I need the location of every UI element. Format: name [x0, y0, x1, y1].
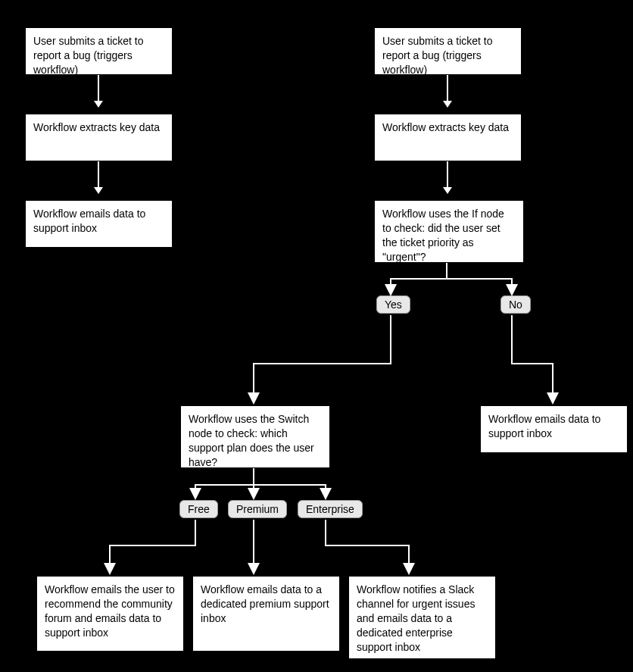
right-step-submit: User submits a ticket to report a bug (t… [374, 27, 522, 75]
left-step-email: Workflow emails data to support inbox [25, 200, 173, 248]
right-step-no-result: Workflow emails data to support inbox [480, 405, 628, 453]
result-enterprise: Workflow notifies a Slack channel for ur… [348, 576, 496, 659]
result-free: Workflow emails the user to recommend th… [36, 576, 184, 652]
arrow-right-1 [447, 75, 448, 107]
left-step-extract: Workflow extracts key data [25, 114, 173, 161]
result-premium: Workflow emails data to a dedicated prem… [192, 576, 340, 652]
arrow-right-2 [447, 161, 448, 193]
badge-free: Free [179, 500, 218, 518]
arrow-left-2 [98, 161, 99, 193]
badge-enterprise: Enterprise [298, 500, 363, 518]
badge-yes: Yes [376, 295, 410, 314]
right-step-extract: Workflow extracts key data [374, 114, 522, 161]
left-step-submit: User submits a ticket to report a bug (t… [25, 27, 173, 75]
right-step-switchcheck: Workflow uses the Switch node to check: … [180, 405, 330, 468]
badge-premium: Premium [228, 500, 287, 518]
badge-no: No [500, 295, 531, 314]
arrow-left-1 [98, 75, 99, 107]
right-step-ifcheck: Workflow uses the If node to check: did … [374, 200, 524, 263]
